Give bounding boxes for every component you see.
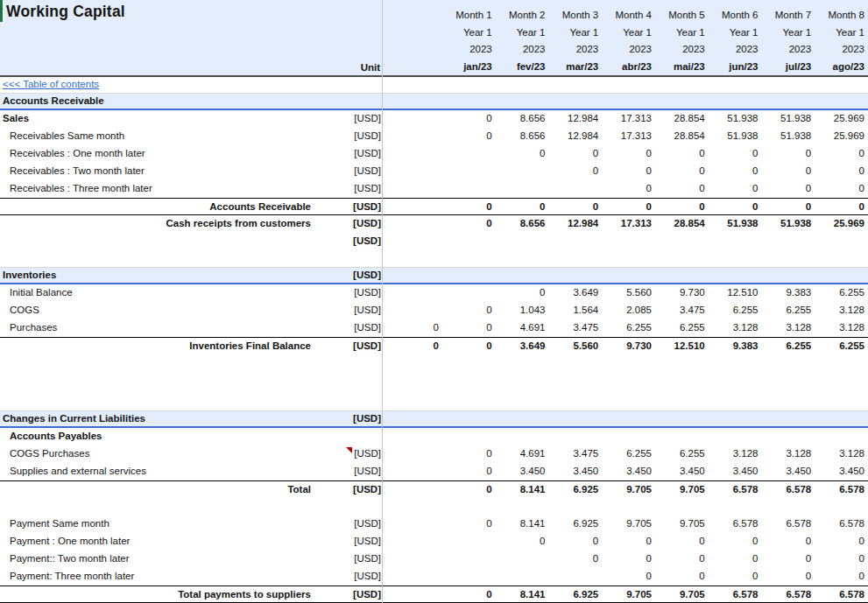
value-cell[interactable]: [815, 233, 868, 250]
unit-cell[interactable]: [USD]: [313, 586, 383, 602]
value-cell[interactable]: [442, 428, 496, 445]
value-cell[interactable]: 9.705: [602, 481, 655, 498]
value-cell[interactable]: 3.128: [762, 319, 815, 337]
value-cell[interactable]: 51.938: [709, 110, 762, 128]
value-cell[interactable]: [655, 233, 709, 250]
row-label[interactable]: Inventories Final Balance: [0, 338, 313, 354]
value-cell[interactable]: 6.255: [709, 302, 762, 319]
value-cell[interactable]: 9.383: [709, 338, 762, 354]
value-cell[interactable]: 9.705: [602, 515, 655, 533]
value-cell[interactable]: 3.475: [549, 319, 603, 337]
value-cell[interactable]: [496, 428, 549, 445]
value-cell[interactable]: 3.450: [602, 463, 655, 480]
unit-cell[interactable]: [USD]: [313, 411, 383, 426]
unit-cell[interactable]: [USD]: [313, 515, 383, 533]
value-cell[interactable]: 0: [383, 319, 442, 337]
value-cell[interactable]: [602, 94, 655, 109]
row-label[interactable]: Payment:: Two month later: [0, 550, 313, 568]
value-cell[interactable]: 6.578: [815, 515, 868, 533]
row-label[interactable]: Initial Balance: [0, 284, 313, 302]
value-cell[interactable]: 0: [549, 199, 603, 214]
toc-link[interactable]: <<< Table of contents: [3, 79, 99, 89]
value-cell[interactable]: [442, 284, 496, 302]
value-cell[interactable]: [383, 428, 442, 445]
value-cell[interactable]: 6.255: [762, 338, 815, 354]
value-cell[interactable]: [496, 94, 549, 109]
value-cell[interactable]: 3.475: [655, 302, 709, 319]
value-cell[interactable]: 8.656: [496, 128, 549, 145]
value-cell[interactable]: [383, 233, 442, 250]
value-cell[interactable]: 6.255: [762, 302, 815, 319]
value-cell[interactable]: [709, 94, 762, 109]
row-label[interactable]: Changes in Current Liabilities: [0, 411, 313, 426]
value-cell[interactable]: [442, 568, 496, 585]
value-cell[interactable]: 6.578: [762, 586, 815, 602]
value-cell[interactable]: 5.560: [602, 284, 655, 302]
value-cell[interactable]: 0: [815, 199, 868, 214]
value-cell[interactable]: 9.705: [602, 586, 655, 602]
value-cell[interactable]: 0: [815, 568, 868, 585]
value-cell[interactable]: 0: [709, 568, 762, 585]
value-cell[interactable]: 51.938: [762, 128, 815, 145]
value-cell[interactable]: 0: [762, 568, 815, 585]
unit-cell[interactable]: [USD]: [313, 268, 383, 283]
value-cell[interactable]: 0: [815, 163, 868, 180]
value-cell[interactable]: 0: [442, 319, 496, 337]
row-label[interactable]: Accounts Receivable: [0, 199, 313, 214]
value-cell[interactable]: [442, 163, 496, 180]
value-cell[interactable]: 0: [709, 145, 762, 163]
value-cell[interactable]: [762, 94, 815, 109]
value-cell[interactable]: 8.656: [496, 215, 549, 233]
value-cell[interactable]: 8.141: [496, 586, 549, 602]
value-cell[interactable]: [496, 163, 549, 180]
unit-cell[interactable]: [USD]: [313, 463, 383, 480]
value-cell[interactable]: 3.450: [709, 463, 762, 480]
value-cell[interactable]: [383, 302, 442, 319]
row-label[interactable]: Accounts Payables: [0, 428, 313, 445]
value-cell[interactable]: 0: [762, 145, 815, 163]
value-cell[interactable]: 0: [655, 180, 709, 198]
value-cell[interactable]: [383, 445, 442, 463]
value-cell[interactable]: 12.510: [655, 338, 709, 354]
unit-cell[interactable]: [USD]: [313, 533, 383, 550]
value-cell[interactable]: 28.854: [655, 128, 709, 145]
value-cell[interactable]: 17.313: [602, 110, 655, 128]
value-cell[interactable]: 6.925: [549, 515, 603, 533]
value-cell[interactable]: 0: [442, 302, 496, 319]
value-cell[interactable]: [496, 411, 549, 426]
value-cell[interactable]: 9.730: [602, 338, 655, 354]
value-cell[interactable]: 12.984: [549, 110, 603, 128]
value-cell[interactable]: 9.705: [655, 481, 709, 498]
row-label[interactable]: COGS Purchases: [0, 445, 313, 463]
value-cell[interactable]: 0: [655, 199, 709, 214]
row-label[interactable]: Sales: [0, 110, 313, 128]
value-cell[interactable]: 4.691: [496, 445, 549, 463]
value-cell[interactable]: 0: [655, 550, 709, 568]
value-cell[interactable]: 0: [496, 145, 549, 163]
value-cell[interactable]: 0: [602, 163, 655, 180]
value-cell[interactable]: [655, 428, 709, 445]
value-cell[interactable]: 3.128: [815, 445, 868, 463]
value-cell[interactable]: 0: [762, 550, 815, 568]
value-cell[interactable]: 0: [815, 550, 868, 568]
value-cell[interactable]: 0: [442, 338, 496, 354]
unit-cell[interactable]: [USD]: [313, 550, 383, 568]
value-cell[interactable]: 3.450: [762, 463, 815, 480]
unit-cell[interactable]: [USD]: [313, 568, 383, 585]
value-cell[interactable]: 3.128: [815, 302, 868, 319]
value-cell[interactable]: 0: [762, 199, 815, 214]
row-label[interactable]: Accounts Receivable: [0, 94, 313, 109]
value-cell[interactable]: [709, 428, 762, 445]
value-cell[interactable]: [442, 268, 496, 283]
value-cell[interactable]: [442, 411, 496, 426]
value-cell[interactable]: 9.705: [655, 515, 709, 533]
value-cell[interactable]: 0: [815, 145, 868, 163]
value-cell[interactable]: [549, 428, 603, 445]
row-label[interactable]: COGS: [0, 302, 313, 319]
month-header-col-7[interactable]: Month 7Year 12023jul/23: [762, 0, 815, 75]
value-cell[interactable]: 3.128: [815, 319, 868, 337]
value-cell[interactable]: [383, 215, 442, 233]
value-cell[interactable]: [383, 515, 442, 533]
value-cell[interactable]: [815, 411, 868, 426]
value-cell[interactable]: [383, 199, 442, 214]
